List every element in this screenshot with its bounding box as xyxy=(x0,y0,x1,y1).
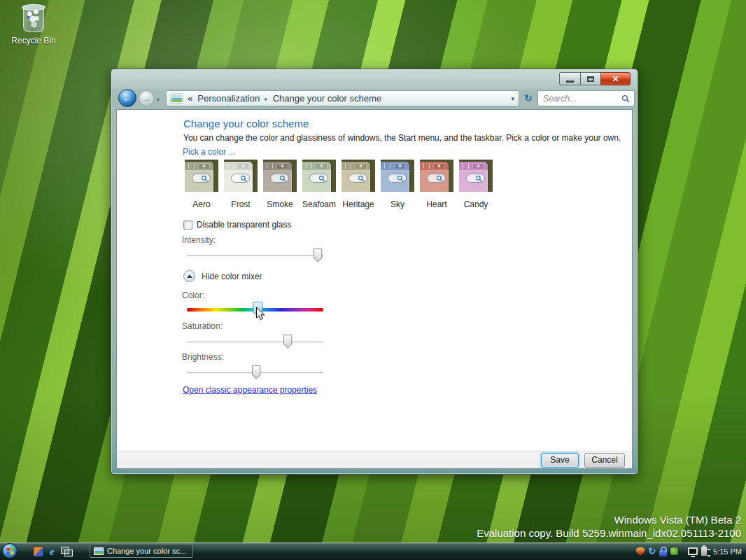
scheme-sky[interactable]: x Sky xyxy=(381,160,414,209)
scheme-smoke[interactable]: x Smoke xyxy=(263,160,297,209)
intensity-slider[interactable] xyxy=(187,248,323,263)
window-controls: ✕ xyxy=(559,72,631,85)
minimize-button[interactable] xyxy=(559,72,580,85)
intensity-track[interactable] xyxy=(187,255,323,256)
security-alert-icon[interactable] xyxy=(636,547,645,556)
dialog-footer: Save Cancel xyxy=(116,451,633,469)
saturation-track[interactable] xyxy=(187,342,323,342)
recycle-bin-icon[interactable] xyxy=(23,6,44,32)
brightness-thumb[interactable] xyxy=(252,365,261,379)
hide-mixer-label: Hide color mixer xyxy=(202,272,262,281)
cancel-button[interactable]: Cancel xyxy=(584,453,625,468)
breadcrumb-collapse[interactable]: « xyxy=(188,93,192,104)
refresh-button[interactable]: ↻ xyxy=(524,92,533,104)
chevron-up-icon xyxy=(187,274,192,278)
back-button[interactable]: ← xyxy=(118,89,136,107)
location-icon xyxy=(171,94,183,103)
search-icon xyxy=(621,94,630,103)
saturation-thumb[interactable] xyxy=(283,335,293,349)
breadcrumb-personalization[interactable]: Personalization xyxy=(197,93,260,104)
scheme-seafoam[interactable]: x Seafoam xyxy=(302,160,336,209)
control-panel-window: ✕ ← → ▾ « Personalization ▸ Change your … xyxy=(111,69,638,475)
watermark-line2: Evaluation copy. Build 5259.winmain_idx0… xyxy=(477,526,741,540)
task-button-label: Change your color sc... xyxy=(107,547,186,555)
system-tray: ↻5:15 PM xyxy=(636,542,742,560)
intensity-label: Intensity: xyxy=(182,235,216,245)
quicklaunch-switch-windows-icon[interactable] xyxy=(61,547,72,556)
taskbar-clock[interactable]: 5:15 PM xyxy=(713,547,742,556)
quicklaunch-ie-icon[interactable]: e xyxy=(50,547,55,556)
save-button[interactable]: Save xyxy=(541,453,579,468)
power-icon[interactable] xyxy=(701,547,707,556)
page-content: Change your color scheme You can change … xyxy=(116,109,633,451)
mixer-toggle-row[interactable]: Hide color mixer xyxy=(183,270,262,282)
page-title: Change your color scheme xyxy=(183,118,309,130)
breadcrumb-separator-icon: ▸ xyxy=(265,94,268,102)
brightness-slider[interactable] xyxy=(187,365,323,380)
navigation-bar: ← → ▾ « Personalization ▸ Change your co… xyxy=(111,88,638,109)
maximize-icon xyxy=(587,76,594,82)
disable-glass-checkbox[interactable] xyxy=(183,220,192,230)
windows-logo-icon xyxy=(6,547,14,555)
brightness-label: Brightness: xyxy=(182,352,224,362)
saturation-label: Saturation: xyxy=(182,321,223,331)
address-dropdown-icon[interactable]: ▾ xyxy=(511,95,514,102)
display-icon[interactable] xyxy=(688,547,698,555)
color-slider[interactable] xyxy=(187,300,323,318)
close-button[interactable]: ✕ xyxy=(600,72,631,85)
recycle-bin[interactable]: Recycle Bin xyxy=(8,6,59,46)
mouse-cursor xyxy=(256,307,266,321)
address-bar[interactable]: « Personalization ▸ Change your color sc… xyxy=(166,90,519,106)
scheme-frost[interactable]: x Frost xyxy=(224,160,258,209)
maximize-button[interactable] xyxy=(580,72,600,85)
back-icon: ← xyxy=(122,92,132,104)
minimize-icon xyxy=(566,80,574,83)
disable-glass-row[interactable]: Disable transparent glass xyxy=(183,220,291,230)
forward-button[interactable]: → xyxy=(139,90,155,106)
color-label: Color: xyxy=(182,290,204,300)
search-input[interactable] xyxy=(538,91,634,106)
taskbar: e Change your color sc... ↻5:15 PM xyxy=(0,542,746,560)
scheme-list: x Aero x xyxy=(185,160,493,209)
network-icon[interactable] xyxy=(670,547,678,555)
sync-icon[interactable]: ↻ xyxy=(648,547,656,556)
forward-icon: → xyxy=(143,94,151,104)
intensity-thumb[interactable] xyxy=(314,248,323,262)
history-dropdown[interactable]: ▾ xyxy=(157,97,160,103)
task-window-icon xyxy=(94,547,104,555)
watermark-line1: Windows Vista (TM) Beta 2 xyxy=(477,513,741,526)
taskbar-task-button[interactable]: Change your color sc... xyxy=(90,544,193,558)
pick-color-label: Pick a color ... xyxy=(183,147,235,157)
build-watermark: Windows Vista (TM) Beta 2 Evaluation cop… xyxy=(477,513,741,540)
scheme-aero[interactable]: x Aero xyxy=(185,160,218,209)
classic-appearance-link[interactable]: Open classic appearance properties xyxy=(183,385,317,395)
scheme-heart[interactable]: x Heart xyxy=(420,160,453,209)
page-subtitle: You can change the color and glassiness … xyxy=(183,133,621,143)
quicklaunch-app-icon[interactable] xyxy=(34,547,43,556)
start-button[interactable] xyxy=(2,543,17,559)
search-box[interactable] xyxy=(537,90,635,106)
scheme-heritage[interactable]: x Heritage xyxy=(342,160,375,209)
hide-mixer-button[interactable] xyxy=(183,270,195,282)
recycle-bin-label: Recycle Bin xyxy=(8,36,59,46)
disable-glass-label: Disable transparent glass xyxy=(197,220,291,230)
saturation-slider[interactable] xyxy=(187,334,323,349)
quick-launch: e xyxy=(34,542,72,560)
close-icon: ✕ xyxy=(612,74,619,84)
lock-icon[interactable] xyxy=(659,550,667,556)
breadcrumb-current[interactable]: Change your color scheme xyxy=(273,93,381,104)
scheme-candy[interactable]: x Candy xyxy=(459,160,493,209)
